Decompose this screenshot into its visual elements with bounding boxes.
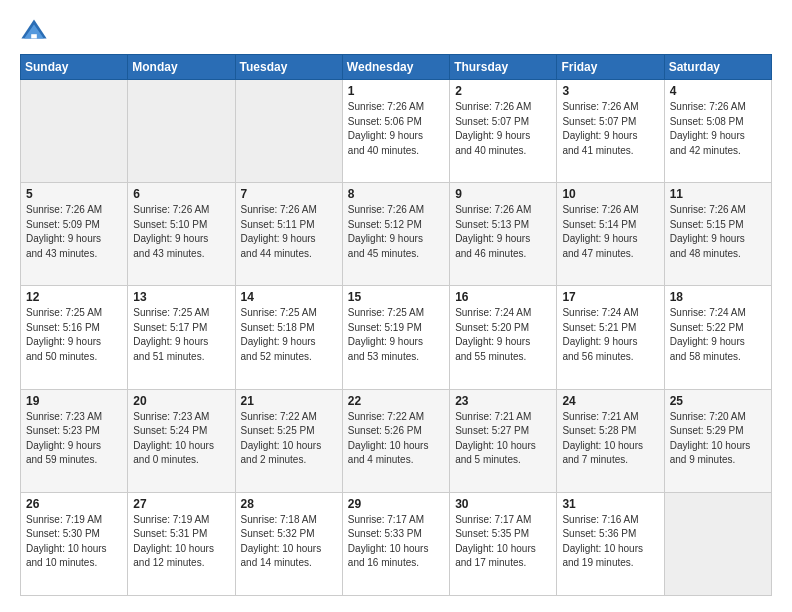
day-info: Sunrise: 7:26 AM Sunset: 5:12 PM Dayligh… (348, 203, 444, 261)
day-number: 31 (562, 497, 658, 511)
day-info: Sunrise: 7:22 AM Sunset: 5:26 PM Dayligh… (348, 410, 444, 468)
calendar-day-cell: 29Sunrise: 7:17 AM Sunset: 5:33 PM Dayli… (342, 492, 449, 595)
day-info: Sunrise: 7:25 AM Sunset: 5:18 PM Dayligh… (241, 306, 337, 364)
day-of-week-header: Wednesday (342, 55, 449, 80)
day-number: 9 (455, 187, 551, 201)
calendar-day-cell (664, 492, 771, 595)
calendar-day-cell: 11Sunrise: 7:26 AM Sunset: 5:15 PM Dayli… (664, 183, 771, 286)
calendar-day-cell: 23Sunrise: 7:21 AM Sunset: 5:27 PM Dayli… (450, 389, 557, 492)
calendar-week-row: 26Sunrise: 7:19 AM Sunset: 5:30 PM Dayli… (21, 492, 772, 595)
day-info: Sunrise: 7:26 AM Sunset: 5:11 PM Dayligh… (241, 203, 337, 261)
day-info: Sunrise: 7:23 AM Sunset: 5:24 PM Dayligh… (133, 410, 229, 468)
day-of-week-header: Tuesday (235, 55, 342, 80)
day-number: 13 (133, 290, 229, 304)
day-info: Sunrise: 7:26 AM Sunset: 5:10 PM Dayligh… (133, 203, 229, 261)
day-number: 21 (241, 394, 337, 408)
day-number: 16 (455, 290, 551, 304)
day-info: Sunrise: 7:24 AM Sunset: 5:21 PM Dayligh… (562, 306, 658, 364)
day-number: 1 (348, 84, 444, 98)
day-number: 4 (670, 84, 766, 98)
calendar-day-cell: 13Sunrise: 7:25 AM Sunset: 5:17 PM Dayli… (128, 286, 235, 389)
day-info: Sunrise: 7:18 AM Sunset: 5:32 PM Dayligh… (241, 513, 337, 571)
calendar-header: SundayMondayTuesdayWednesdayThursdayFrid… (21, 55, 772, 80)
day-info: Sunrise: 7:21 AM Sunset: 5:27 PM Dayligh… (455, 410, 551, 468)
day-number: 14 (241, 290, 337, 304)
calendar-week-row: 12Sunrise: 7:25 AM Sunset: 5:16 PM Dayli… (21, 286, 772, 389)
calendar-day-cell: 10Sunrise: 7:26 AM Sunset: 5:14 PM Dayli… (557, 183, 664, 286)
day-info: Sunrise: 7:26 AM Sunset: 5:06 PM Dayligh… (348, 100, 444, 158)
day-info: Sunrise: 7:26 AM Sunset: 5:15 PM Dayligh… (670, 203, 766, 261)
day-info: Sunrise: 7:26 AM Sunset: 5:14 PM Dayligh… (562, 203, 658, 261)
calendar-day-cell: 22Sunrise: 7:22 AM Sunset: 5:26 PM Dayli… (342, 389, 449, 492)
day-of-week-header: Monday (128, 55, 235, 80)
calendar-table: SundayMondayTuesdayWednesdayThursdayFrid… (20, 54, 772, 596)
calendar-day-cell: 16Sunrise: 7:24 AM Sunset: 5:20 PM Dayli… (450, 286, 557, 389)
calendar-day-cell: 4Sunrise: 7:26 AM Sunset: 5:08 PM Daylig… (664, 80, 771, 183)
calendar-day-cell: 12Sunrise: 7:25 AM Sunset: 5:16 PM Dayli… (21, 286, 128, 389)
calendar-day-cell: 19Sunrise: 7:23 AM Sunset: 5:23 PM Dayli… (21, 389, 128, 492)
calendar-day-cell: 31Sunrise: 7:16 AM Sunset: 5:36 PM Dayli… (557, 492, 664, 595)
day-of-week-header: Friday (557, 55, 664, 80)
day-info: Sunrise: 7:17 AM Sunset: 5:33 PM Dayligh… (348, 513, 444, 571)
calendar-day-cell: 18Sunrise: 7:24 AM Sunset: 5:22 PM Dayli… (664, 286, 771, 389)
day-info: Sunrise: 7:25 AM Sunset: 5:16 PM Dayligh… (26, 306, 122, 364)
day-of-week-header: Saturday (664, 55, 771, 80)
calendar-day-cell: 26Sunrise: 7:19 AM Sunset: 5:30 PM Dayli… (21, 492, 128, 595)
day-number: 10 (562, 187, 658, 201)
calendar-day-cell: 8Sunrise: 7:26 AM Sunset: 5:12 PM Daylig… (342, 183, 449, 286)
day-info: Sunrise: 7:22 AM Sunset: 5:25 PM Dayligh… (241, 410, 337, 468)
calendar-day-cell: 30Sunrise: 7:17 AM Sunset: 5:35 PM Dayli… (450, 492, 557, 595)
page: SundayMondayTuesdayWednesdayThursdayFrid… (0, 0, 792, 612)
day-number: 27 (133, 497, 229, 511)
day-number: 29 (348, 497, 444, 511)
day-info: Sunrise: 7:24 AM Sunset: 5:20 PM Dayligh… (455, 306, 551, 364)
day-info: Sunrise: 7:21 AM Sunset: 5:28 PM Dayligh… (562, 410, 658, 468)
day-info: Sunrise: 7:17 AM Sunset: 5:35 PM Dayligh… (455, 513, 551, 571)
day-number: 8 (348, 187, 444, 201)
day-number: 22 (348, 394, 444, 408)
calendar-week-row: 1Sunrise: 7:26 AM Sunset: 5:06 PM Daylig… (21, 80, 772, 183)
day-info: Sunrise: 7:26 AM Sunset: 5:07 PM Dayligh… (455, 100, 551, 158)
day-info: Sunrise: 7:24 AM Sunset: 5:22 PM Dayligh… (670, 306, 766, 364)
calendar-day-cell: 7Sunrise: 7:26 AM Sunset: 5:11 PM Daylig… (235, 183, 342, 286)
day-number: 7 (241, 187, 337, 201)
calendar-day-cell: 20Sunrise: 7:23 AM Sunset: 5:24 PM Dayli… (128, 389, 235, 492)
header (20, 16, 772, 44)
logo-icon (20, 16, 48, 44)
calendar-day-cell: 27Sunrise: 7:19 AM Sunset: 5:31 PM Dayli… (128, 492, 235, 595)
calendar-week-row: 5Sunrise: 7:26 AM Sunset: 5:09 PM Daylig… (21, 183, 772, 286)
logo (20, 16, 52, 44)
svg-rect-2 (31, 34, 37, 38)
day-info: Sunrise: 7:19 AM Sunset: 5:31 PM Dayligh… (133, 513, 229, 571)
day-number: 17 (562, 290, 658, 304)
calendar-day-cell: 25Sunrise: 7:20 AM Sunset: 5:29 PM Dayli… (664, 389, 771, 492)
calendar-day-cell: 21Sunrise: 7:22 AM Sunset: 5:25 PM Dayli… (235, 389, 342, 492)
day-info: Sunrise: 7:25 AM Sunset: 5:19 PM Dayligh… (348, 306, 444, 364)
day-number: 23 (455, 394, 551, 408)
day-info: Sunrise: 7:19 AM Sunset: 5:30 PM Dayligh… (26, 513, 122, 571)
day-info: Sunrise: 7:25 AM Sunset: 5:17 PM Dayligh… (133, 306, 229, 364)
day-number: 6 (133, 187, 229, 201)
calendar-day-cell (235, 80, 342, 183)
day-number: 3 (562, 84, 658, 98)
calendar-week-row: 19Sunrise: 7:23 AM Sunset: 5:23 PM Dayli… (21, 389, 772, 492)
calendar-day-cell (21, 80, 128, 183)
day-number: 15 (348, 290, 444, 304)
day-info: Sunrise: 7:23 AM Sunset: 5:23 PM Dayligh… (26, 410, 122, 468)
day-number: 30 (455, 497, 551, 511)
calendar-day-cell: 6Sunrise: 7:26 AM Sunset: 5:10 PM Daylig… (128, 183, 235, 286)
day-number: 11 (670, 187, 766, 201)
calendar-day-cell: 14Sunrise: 7:25 AM Sunset: 5:18 PM Dayli… (235, 286, 342, 389)
calendar-day-cell: 24Sunrise: 7:21 AM Sunset: 5:28 PM Dayli… (557, 389, 664, 492)
calendar-day-cell: 2Sunrise: 7:26 AM Sunset: 5:07 PM Daylig… (450, 80, 557, 183)
day-number: 20 (133, 394, 229, 408)
calendar-day-cell: 17Sunrise: 7:24 AM Sunset: 5:21 PM Dayli… (557, 286, 664, 389)
day-info: Sunrise: 7:26 AM Sunset: 5:09 PM Dayligh… (26, 203, 122, 261)
calendar-day-cell: 5Sunrise: 7:26 AM Sunset: 5:09 PM Daylig… (21, 183, 128, 286)
day-number: 2 (455, 84, 551, 98)
day-of-week-header: Sunday (21, 55, 128, 80)
calendar-day-cell: 28Sunrise: 7:18 AM Sunset: 5:32 PM Dayli… (235, 492, 342, 595)
day-info: Sunrise: 7:16 AM Sunset: 5:36 PM Dayligh… (562, 513, 658, 571)
calendar-body: 1Sunrise: 7:26 AM Sunset: 5:06 PM Daylig… (21, 80, 772, 596)
calendar-day-cell: 9Sunrise: 7:26 AM Sunset: 5:13 PM Daylig… (450, 183, 557, 286)
